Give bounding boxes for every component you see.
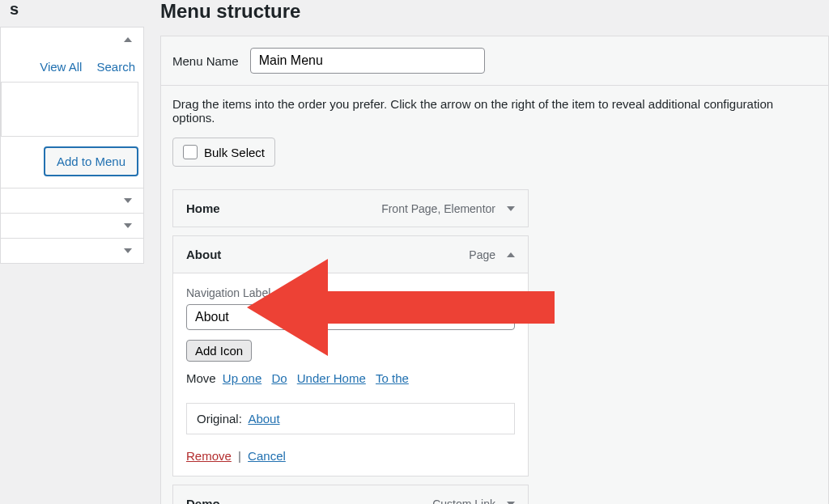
menu-item-type: Front Page, Elementor — [381, 202, 495, 215]
menu-item-demo: Demo Custom Link — [172, 485, 529, 504]
original-link[interactable]: About — [248, 412, 279, 426]
chevron-down-icon — [124, 223, 132, 228]
accordion-section-2[interactable] — [1, 188, 143, 213]
accordion-section-open[interactable] — [1, 28, 143, 52]
menu-item-about: About Page Navigation Label Add Icon — [172, 235, 529, 476]
items-listbox[interactable] — [1, 82, 138, 137]
menu-name-row: Menu Name — [161, 36, 828, 86]
page-title: Menu structure — [160, 0, 829, 23]
chevron-up-icon — [124, 37, 132, 42]
move-up-link[interactable]: Up one — [223, 371, 261, 385]
accordion-section-3[interactable] — [1, 213, 143, 238]
menu-item-home: Home Front Page, Elementor — [172, 189, 529, 227]
move-label: Move — [186, 371, 216, 385]
nav-label-input[interactable] — [186, 304, 515, 330]
main-content: Menu structure Menu Name Drag the items … — [144, 0, 829, 504]
menu-item-title: Demo — [186, 497, 220, 504]
chevron-down-icon — [507, 502, 515, 505]
bulk-select-label: Bulk Select — [204, 146, 265, 159]
menu-name-input[interactable] — [250, 48, 485, 74]
add-to-menu-button[interactable]: Add to Menu — [44, 146, 138, 176]
move-row: Move Up one Do Under Home To the — [186, 371, 515, 385]
checkbox-icon — [183, 145, 198, 159]
accordion: View All Search Add to Menu — [0, 27, 144, 264]
original-label: Original: — [197, 412, 242, 426]
instructions-text: Drag the items into the order you prefer… — [172, 97, 817, 125]
sidebar-tabs: View All Search — [1, 60, 138, 74]
menu-name-label: Menu Name — [172, 54, 239, 68]
tab-search[interactable]: Search — [96, 60, 135, 74]
item-actions: Remove | Cancel — [186, 449, 515, 463]
add-items-sidebar: s View All Search Add to Menu — [0, 0, 144, 504]
menu-item-bar[interactable]: Demo Custom Link — [172, 485, 529, 504]
remove-link[interactable]: Remove — [186, 449, 232, 463]
chevron-down-icon — [507, 206, 515, 211]
sidebar-heading: s — [10, 0, 144, 19]
bulk-select-button[interactable]: Bulk Select — [172, 138, 275, 167]
add-icon-button[interactable]: Add Icon — [186, 340, 252, 362]
menu-panel: Menu Name Drag the items into the order … — [160, 36, 829, 504]
accordion-section-4[interactable] — [1, 238, 143, 263]
move-down-link[interactable]: Do — [271, 371, 287, 385]
menu-item-settings: Navigation Label Add Icon Move Up one Do… — [172, 273, 529, 476]
cancel-link[interactable]: Cancel — [248, 449, 286, 463]
chevron-down-icon — [124, 198, 132, 203]
menu-item-title: About — [186, 248, 221, 261]
move-under-link[interactable]: Under Home — [297, 371, 366, 385]
separator: | — [235, 449, 244, 463]
menu-item-title: Home — [186, 201, 220, 215]
chevron-up-icon — [507, 252, 515, 257]
chevron-down-icon — [124, 248, 132, 253]
tab-view-all[interactable]: View All — [40, 60, 82, 74]
nav-label-heading: Navigation Label — [186, 286, 515, 299]
menu-item-type: Custom Link — [432, 498, 495, 505]
menu-item-type: Page — [469, 248, 495, 261]
original-box: Original: About — [186, 403, 515, 434]
move-top-link[interactable]: To the — [376, 371, 409, 385]
menu-item-bar[interactable]: Home Front Page, Elementor — [172, 189, 529, 227]
menu-item-bar[interactable]: About Page — [172, 235, 529, 273]
